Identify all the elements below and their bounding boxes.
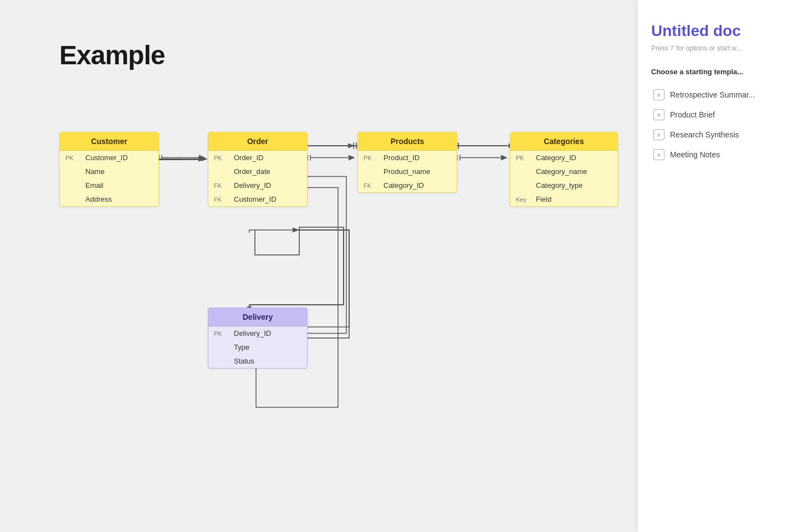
template-label: Meeting Notes (670, 150, 720, 159)
products-table[interactable]: Products PK Product_ID Product_name FK C… (357, 132, 457, 193)
template-label: Retrospective Summar... (670, 90, 755, 99)
table-row: PK Category_ID (510, 151, 617, 165)
main-canvas: Example (0, 0, 798, 532)
customer-table-header: Customer (60, 132, 158, 151)
table-row: Status (208, 354, 307, 368)
template-label: Product Brief (670, 110, 715, 119)
erd-diagram: Customer PK Customer_ID Name Email Addre… (44, 122, 654, 399)
customer-table[interactable]: Customer PK Customer_ID Name Email Addre… (59, 132, 159, 207)
table-row: Type (208, 340, 307, 354)
table-row: Name (60, 165, 158, 178)
order-table[interactable]: Order PK Order_ID Order_date FK Delivery… (208, 132, 308, 207)
template-item-meeting-notes[interactable]: Meeting Notes (651, 145, 785, 165)
table-row: FK Customer_ID (208, 192, 307, 206)
panel-hint: Press '/' for options or start w... (651, 44, 785, 52)
table-row: Address (60, 192, 158, 206)
right-panel: Untitled doc Press '/' for options or st… (637, 0, 798, 532)
doc-icon (653, 89, 664, 100)
table-row: PK Delivery_ID (208, 326, 307, 340)
delivery-table[interactable]: Delivery PK Delivery_ID Type Status (208, 308, 308, 369)
template-label: Research Synthesis (670, 130, 739, 139)
table-row: Order_date (208, 165, 307, 178)
table-row: PK Product_ID (358, 151, 457, 165)
table-row: Email (60, 178, 158, 192)
doc-icon (653, 149, 664, 160)
page-title: Example (59, 40, 165, 70)
order-table-header: Order (208, 132, 307, 151)
products-table-header: Products (358, 132, 457, 151)
categories-table-header: Categories (510, 132, 617, 151)
table-row: Category_name (510, 165, 617, 178)
template-section-title: Choose a starting templa... (651, 68, 785, 76)
svg-marker-4 (201, 157, 208, 161)
doc-icon (653, 129, 664, 140)
table-row: Key Field (510, 192, 617, 206)
table-row: Category_type (510, 178, 617, 192)
template-item-research[interactable]: Research Synthesis (651, 125, 785, 145)
template-item-retrospective[interactable]: Retrospective Summar... (651, 85, 785, 105)
table-row: FK Delivery_ID (208, 178, 307, 192)
delivery-table-header: Delivery (208, 308, 307, 326)
table-row: Product_name (358, 165, 457, 178)
table-row: FK Category_ID (358, 178, 457, 192)
template-item-product-brief[interactable]: Product Brief (651, 105, 785, 125)
doc-icon (653, 109, 664, 120)
table-row: PK Order_ID (208, 151, 307, 165)
categories-table[interactable]: Categories PK Category_ID Category_name … (510, 132, 618, 207)
doc-title: Untitled doc (651, 22, 785, 40)
table-row: PK Customer_ID (60, 151, 158, 165)
